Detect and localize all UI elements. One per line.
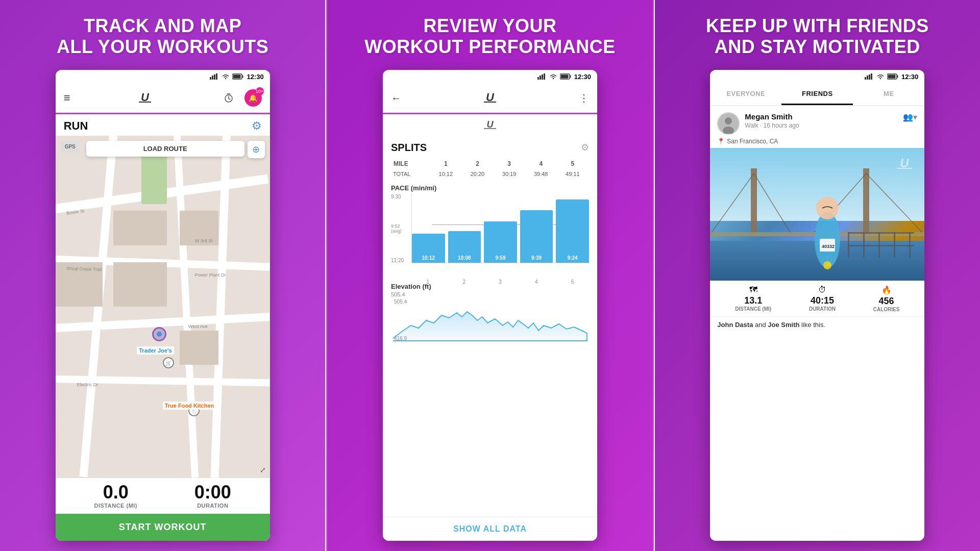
- bar-mile-5: 9:24: [556, 194, 589, 263]
- bar-mile-1: 10:12: [412, 194, 445, 263]
- map-expand-icon[interactable]: ⤢: [260, 466, 266, 474]
- y-label-top: 9:30: [391, 194, 411, 199]
- total-label: TOTAL: [392, 170, 429, 178]
- start-workout-button[interactable]: START WORKOUT: [56, 514, 270, 541]
- workout-stat-calories: 🔥 456 CALORIES: [873, 285, 900, 312]
- liker-1: John Dasta: [717, 321, 753, 329]
- status-bar-1: 12:30: [56, 70, 270, 84]
- map-location-pin: [152, 327, 166, 341]
- app-header-1: ≡ U 🔔 10+: [56, 84, 270, 114]
- svg-rect-5: [242, 76, 243, 78]
- duration-stat: 0:00 DURATION: [194, 483, 231, 509]
- duration-value: 0:00: [194, 483, 231, 502]
- workout-distance-value: 13.1: [735, 295, 771, 306]
- chart-area: SPLITS ⚙ MILE 1 2 3 4 5 TO: [383, 136, 597, 517]
- street-label-w3rd: W 3rd St: [195, 238, 213, 243]
- friend-info: Megan Smith Walk · 16 hours ago: [745, 112, 799, 129]
- svg-point-51: [823, 261, 831, 269]
- bar-chart: 9:30 9:52(avg) 11:20 10:12: [391, 194, 589, 276]
- liker-2: Joe Smith: [768, 321, 799, 329]
- battery-icon-3: [887, 73, 898, 80]
- svg-rect-6: [233, 75, 241, 79]
- svg-point-48: [816, 197, 839, 219]
- tab-me[interactable]: ME: [853, 84, 924, 105]
- svg-rect-15: [570, 76, 571, 78]
- gps-button[interactable]: GPS: [61, 141, 80, 153]
- signal-icon-2: [537, 73, 547, 80]
- workout-duration-label: DURATION: [809, 306, 836, 312]
- more-options-button[interactable]: ⋮: [579, 92, 589, 104]
- svg-text:40332: 40332: [822, 244, 835, 249]
- bar-5: 9:24: [556, 199, 589, 263]
- svg-rect-34: [863, 168, 869, 235]
- x-label-2: 2: [448, 279, 481, 285]
- splits-table: MILE 1 2 3 4 5 TOTAL 10:12 20:20 30:19 3: [391, 158, 589, 179]
- bar-value-4: 9:39: [531, 255, 542, 261]
- svg-rect-28: [897, 76, 898, 78]
- bar-value-1: 10:12: [422, 255, 435, 261]
- load-route-button[interactable]: LOAD ROUTE: [86, 141, 244, 157]
- splits-header: SPLITS ⚙: [391, 142, 589, 154]
- bar-value-3: 9:59: [495, 255, 505, 261]
- location-button[interactable]: ⊕: [248, 141, 265, 158]
- avatar-svg: [718, 113, 739, 134]
- distance-label: DISTANCE (MI): [94, 503, 138, 509]
- y-axis-labels: 9:30 9:52(avg) 11:20: [391, 194, 411, 263]
- splits-col-2: 2: [462, 159, 493, 169]
- gear-icon[interactable]: ⚙: [252, 119, 262, 133]
- wifi-icon: [222, 73, 229, 80]
- x-label-3: 3: [484, 279, 517, 285]
- svg-line-36: [754, 173, 792, 235]
- bar-2: 10:08: [448, 231, 481, 263]
- add-friend-button[interactable]: 👥▾: [903, 112, 917, 122]
- street-label-electric: Electric Dr: [77, 382, 99, 387]
- location-text: San Francisco, CA: [727, 138, 778, 145]
- map-area[interactable]: Bowie St Shoal Creek Trail Electric Dr W…: [56, 136, 270, 478]
- elevation-max: 505.4: [391, 291, 405, 297]
- distance-value: 0.0: [94, 483, 138, 502]
- svg-rect-10: [537, 77, 539, 80]
- ua-center-logo: U: [383, 114, 597, 136]
- svg-rect-3: [216, 73, 217, 80]
- notification-button[interactable]: 🔔 10+: [244, 89, 262, 107]
- phone-mockup-2: 12:30 ← U ⋮ U SPLITS ⚙: [383, 70, 597, 541]
- street-label-west: West Ave: [188, 324, 208, 329]
- friend-item-megan: Megan Smith Walk · 16 hours ago 👥▾ 📍 San…: [710, 106, 924, 145]
- friends-feed: Megan Smith Walk · 16 hours ago 👥▾ 📍 San…: [710, 106, 924, 541]
- bar-4: 9:39: [520, 210, 553, 263]
- notification-badge: 10+: [256, 87, 264, 95]
- panel-3-title: KEEP UP WITH FRIENDSAND STAY MOTIVATED: [706, 15, 929, 58]
- street-label-powerplant: Power Plant Dr: [195, 272, 226, 278]
- tab-everyone[interactable]: EVERYONE: [710, 84, 781, 105]
- bars-area: 10:12 10:08 9:59: [411, 194, 589, 263]
- back-button[interactable]: ←: [391, 92, 401, 104]
- workout-calories-value: 456: [873, 296, 900, 307]
- svg-text:U: U: [486, 119, 494, 130]
- bar-value-2: 10:08: [458, 255, 471, 261]
- status-bar-2: 12:30: [383, 70, 597, 84]
- ua-small-logo: U: [481, 117, 499, 131]
- timer-button[interactable]: [220, 89, 237, 107]
- wifi-icon-2: [550, 73, 557, 80]
- status-bar-3: 12:30: [710, 70, 924, 84]
- total-mile-3: 30:19: [494, 170, 525, 178]
- friend-activity: Walk · 16 hours ago: [745, 122, 799, 129]
- panel-track-workouts: TRACK AND MAPALL YOUR WORKOUTS 12:30: [0, 0, 325, 551]
- panel-friends: KEEP UP WITH FRIENDSAND STAY MOTIVATED 1…: [655, 0, 980, 551]
- map-pin-inner: [157, 332, 162, 337]
- likes-row: John Dasta and Joe Smith like this.: [710, 316, 924, 333]
- splits-title: SPLITS: [391, 142, 427, 154]
- svg-rect-1: [212, 76, 213, 80]
- map-marker-trader: 🛒: [163, 357, 174, 368]
- tab-friends[interactable]: FRIENDS: [781, 84, 853, 105]
- workout-stat-distance: 🗺 13.1 DISTANCE (MI): [735, 285, 771, 312]
- svg-rect-46: [848, 245, 914, 246]
- splits-settings-icon[interactable]: ⚙: [581, 142, 589, 153]
- stats-row: 0.0 DISTANCE (MI) 0:00 DURATION: [56, 478, 270, 514]
- friend-header: Megan Smith Walk · 16 hours ago 👥▾: [717, 112, 917, 135]
- svg-text:416.9: 416.9: [394, 336, 407, 341]
- bar-value-5: 9:24: [568, 255, 578, 261]
- status-time-2: 12:30: [574, 73, 591, 81]
- show-all-data-button[interactable]: SHOW ALL DATA: [383, 517, 597, 541]
- hamburger-menu[interactable]: ≡: [64, 91, 70, 105]
